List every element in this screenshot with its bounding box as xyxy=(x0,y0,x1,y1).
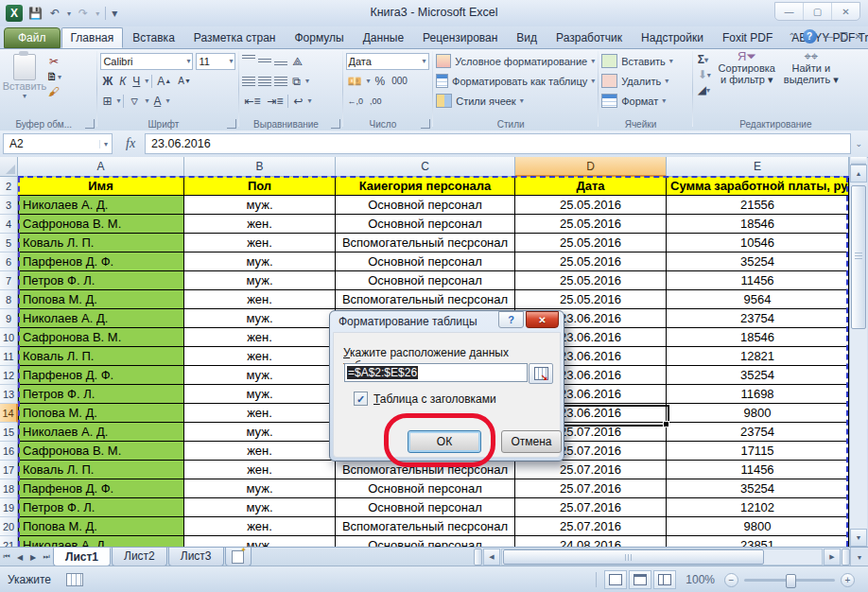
cell-salary[interactable]: 35254 xyxy=(667,252,849,271)
increase-decimal-icon[interactable]: ←,0 xyxy=(346,96,366,106)
cell-gender[interactable]: жен. xyxy=(184,290,336,309)
tab-9[interactable]: Надстройки xyxy=(632,27,713,48)
scroll-down-icon[interactable]: ▼ xyxy=(850,529,867,547)
row-header-14[interactable]: 14 xyxy=(0,404,18,423)
header-cell[interactable]: Сумма заработной платы, ру xyxy=(667,177,849,196)
cell-name[interactable]: Парфенов Д. Ф. xyxy=(18,366,184,385)
row-header-18[interactable]: 18 xyxy=(0,479,18,498)
tab-file[interactable]: Файл xyxy=(4,27,61,48)
page-break-view-button[interactable] xyxy=(653,570,676,589)
cell-name[interactable]: Попова М. Д. xyxy=(18,404,184,423)
format-painter-icon[interactable]: 🖌 xyxy=(46,85,61,98)
align-center-icon[interactable] xyxy=(258,77,271,86)
underline-button[interactable]: Ч xyxy=(130,75,142,88)
shrink-font-button[interactable]: A▼ xyxy=(176,76,193,86)
number-format-combo[interactable]: Дата▾ xyxy=(346,53,429,70)
header-cell[interactable]: Имя xyxy=(18,177,184,196)
normal-view-button[interactable] xyxy=(604,570,627,589)
cell-name[interactable]: Николаев А. Д. xyxy=(18,309,184,328)
align-left-icon[interactable] xyxy=(242,77,255,86)
row-header-3[interactable]: 3 xyxy=(0,196,18,215)
scroll-up-icon[interactable]: ▲ xyxy=(850,165,867,183)
workbook-close-icon[interactable]: ✕ xyxy=(855,31,862,42)
cell-name[interactable]: Николаев А. Д. xyxy=(18,196,184,215)
scroll-left-icon[interactable]: ◀ xyxy=(483,548,500,566)
row-header-21[interactable]: 21 xyxy=(0,536,18,547)
zoom-out-icon[interactable]: − xyxy=(724,573,738,587)
tab-3[interactable]: Разметка стран xyxy=(184,27,286,48)
tab-2[interactable]: Вставка xyxy=(123,27,184,48)
column-header-A[interactable]: A xyxy=(18,157,184,177)
formula-input[interactable]: 23.06.2016 xyxy=(145,133,851,154)
expand-formula-bar-icon[interactable]: ⌄ xyxy=(855,139,868,148)
cancel-button[interactable]: Отмена xyxy=(501,430,562,453)
delete-cells-button[interactable]: Удалить▾ xyxy=(601,71,689,91)
fill-handle[interactable] xyxy=(663,421,669,427)
cell-name[interactable]: Сафронова В. М. xyxy=(18,442,184,461)
scroll-right-icon[interactable]: ▶ xyxy=(824,548,841,566)
sheet-tab-Лист1[interactable]: Лист1 xyxy=(53,548,111,566)
row-header-6[interactable]: 6 xyxy=(0,252,18,271)
header-cell[interactable]: Каиегория персонала xyxy=(336,177,515,196)
cell-name[interactable]: Парфенов Д. Ф. xyxy=(18,252,184,271)
cell-category[interactable]: Основной персонал xyxy=(336,536,515,547)
vertical-scrollbar[interactable]: ▲ ▼ xyxy=(849,157,867,547)
italic-button[interactable]: К xyxy=(117,75,128,88)
cell-gender[interactable]: жен. xyxy=(184,215,336,234)
tab-7[interactable]: Вид xyxy=(507,27,547,48)
cell-styles-button[interactable]: Стили ячеек▾ xyxy=(436,91,595,111)
tab-5[interactable]: Данные xyxy=(354,27,413,48)
cell-date[interactable]: 25.05.2016 xyxy=(515,215,667,234)
cell-gender[interactable]: жен. xyxy=(184,517,336,536)
cell-date[interactable]: 25.05.2016 xyxy=(515,271,667,290)
help-icon[interactable]: ? xyxy=(803,29,817,44)
row-header-7[interactable]: 7 xyxy=(0,271,18,290)
cut-icon[interactable]: ✂ xyxy=(46,55,61,68)
cell-salary[interactable]: 11456 xyxy=(667,461,849,479)
row-header-5[interactable]: 5 xyxy=(0,234,18,252)
fill-button[interactable]: ⬇▾ xyxy=(696,68,713,81)
cell-salary[interactable]: 23754 xyxy=(667,309,849,328)
cell-salary[interactable]: 18546 xyxy=(667,215,849,234)
cell-salary[interactable]: 11456 xyxy=(667,271,849,290)
insert-worksheet-tab[interactable] xyxy=(225,548,252,566)
conditional-formatting-button[interactable]: Условное форматирование▾ xyxy=(436,51,595,71)
cell-gender[interactable]: жен. xyxy=(184,328,336,347)
next-sheet-icon[interactable]: ▶ xyxy=(26,548,40,566)
cell-gender[interactable]: муж. xyxy=(184,196,336,215)
row-header-9[interactable]: 9 xyxy=(0,309,18,328)
row-header-4[interactable]: 4 xyxy=(0,215,18,234)
cell-category[interactable]: Вспомогательный песрсонал xyxy=(336,517,515,536)
row-header-13[interactable]: 13 xyxy=(0,385,18,404)
column-header-C[interactable]: C xyxy=(336,157,515,177)
dialog-close-button[interactable]: ✕ xyxy=(526,311,559,328)
cell-salary[interactable]: 9564 xyxy=(667,290,849,309)
cell-category[interactable]: Основной персонал xyxy=(336,196,515,215)
first-sheet-icon[interactable]: ⏮ xyxy=(0,548,13,566)
cell-category[interactable]: Основной персонал xyxy=(336,271,515,290)
range-input[interactable]: =$A$2:$E$26 xyxy=(344,363,528,382)
column-header-D[interactable]: D xyxy=(515,157,667,177)
row-header-12[interactable]: 12 xyxy=(0,366,18,385)
clipboard-dialog-launcher[interactable] xyxy=(85,119,95,129)
decrease-indent-icon[interactable]: ⇤≡ xyxy=(242,95,262,108)
name-box[interactable]: A2▾ xyxy=(3,133,113,154)
cell-date[interactable]: 25.07.2016 xyxy=(515,498,667,517)
sheet-tab-Лист3[interactable]: Лист3 xyxy=(168,548,224,566)
collapse-ribbon-icon[interactable]: ⌃ xyxy=(788,31,795,42)
cell-name[interactable]: Парфенов Д. Ф. xyxy=(18,479,184,498)
sheet-tab-Лист2[interactable]: Лист2 xyxy=(112,548,167,566)
cell-name[interactable]: Коваль Л. П. xyxy=(18,461,184,479)
font-family-combo[interactable]: Calibri▾ xyxy=(100,53,193,70)
cell-gender[interactable]: жен. xyxy=(184,234,336,252)
cell-gender[interactable]: муж. xyxy=(184,366,336,385)
cell-category[interactable]: Основной персонал xyxy=(336,252,515,271)
cell-gender[interactable]: муж. xyxy=(184,385,336,404)
cell-salary[interactable]: 9800 xyxy=(667,517,849,536)
cell-salary[interactable]: 23754 xyxy=(667,423,849,442)
cell-gender[interactable]: жен. xyxy=(184,442,336,461)
horizontal-split-handle[interactable] xyxy=(842,548,850,566)
headers-checkbox-row[interactable]: ✓ Таблица с заголовками xyxy=(354,392,496,406)
cell-gender[interactable]: муж. xyxy=(184,498,336,517)
horizontal-scroll-track[interactable] xyxy=(501,548,823,566)
